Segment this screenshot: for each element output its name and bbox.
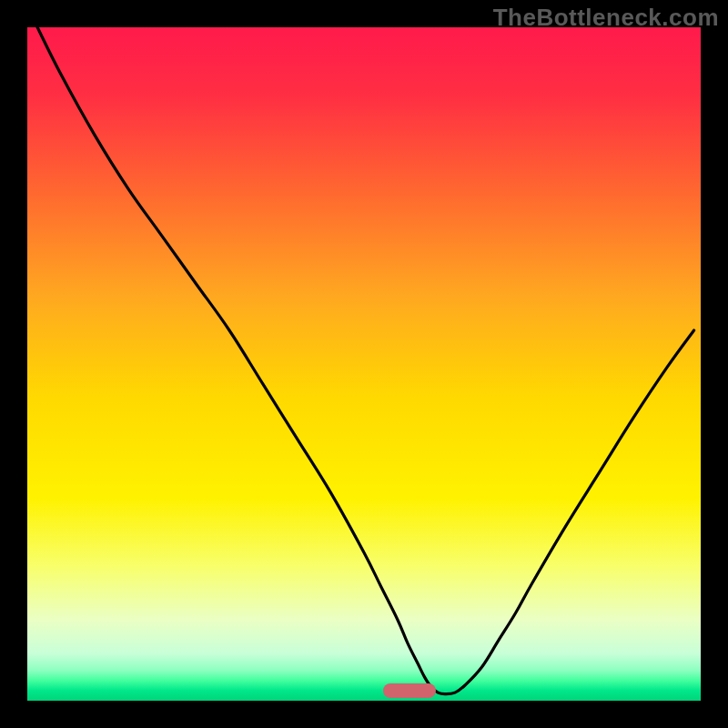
bottleneck-curve [27, 27, 701, 701]
chart-frame: TheBottleneck.com [0, 0, 728, 728]
optimal-marker [383, 683, 436, 698]
watermark-text: TheBottleneck.com [493, 4, 719, 32]
